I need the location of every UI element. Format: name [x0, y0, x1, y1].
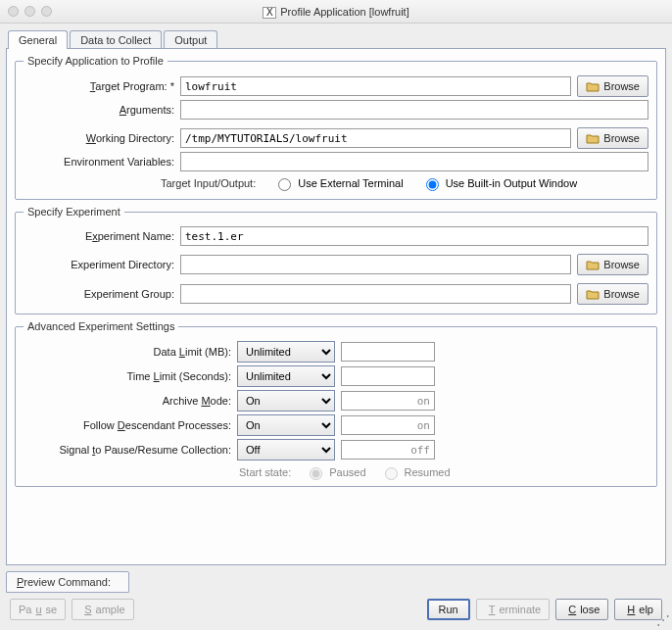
- browse-experiment-group-button[interactable]: Browse: [577, 283, 648, 305]
- time-limit-select[interactable]: Unlimited: [237, 365, 335, 387]
- follow-descendant-select[interactable]: On: [237, 414, 335, 436]
- tab-general[interactable]: General: [8, 30, 68, 49]
- minimize-window-icon[interactable]: [24, 6, 35, 17]
- tabs: General Data to Collect Output: [8, 27, 666, 49]
- archive-mode-aux-input[interactable]: [341, 391, 435, 411]
- pause-button: Pause: [10, 599, 66, 620]
- working-directory-input[interactable]: [180, 128, 571, 148]
- help-button[interactable]: Help: [614, 599, 662, 620]
- io-external-radio[interactable]: Use External Terminal: [273, 175, 403, 191]
- archive-mode-label: Archive Mode:: [24, 395, 237, 407]
- start-state-row: Start state: Paused Resumed: [24, 464, 648, 480]
- group-specify-experiment: Specify Experiment Experiment Name: Expe…: [15, 206, 657, 315]
- tab-output[interactable]: Output: [164, 30, 217, 49]
- folder-icon: [586, 133, 600, 144]
- group-specify-application-legend: Specify Application to Profile: [24, 55, 168, 67]
- time-limit-label: Time Limit (Seconds):: [24, 370, 237, 382]
- experiment-directory-input[interactable]: [180, 255, 571, 274]
- tab-data-to-collect[interactable]: Data to Collect: [70, 30, 162, 49]
- folder-icon: [586, 260, 600, 270]
- sample-button: Sample: [72, 599, 133, 620]
- folder-icon: [586, 289, 600, 300]
- follow-descendant-label: Follow Descendant Processes:: [24, 419, 237, 431]
- arguments-input[interactable]: [180, 100, 648, 120]
- experiment-name-input[interactable]: [180, 226, 648, 246]
- experiment-group-label: Experiment Group:: [24, 288, 180, 300]
- group-advanced-settings-legend: Advanced Experiment Settings: [24, 320, 178, 332]
- signal-pause-label: Signal to Pause/Resume Collection:: [24, 444, 237, 456]
- zoom-window-icon[interactable]: [41, 6, 52, 17]
- experiment-name-label: Experiment Name:: [24, 230, 180, 242]
- group-specify-application: Specify Application to Profile Target Pr…: [15, 55, 657, 200]
- group-advanced-settings: Advanced Experiment Settings Data Limit …: [15, 320, 657, 487]
- browse-experiment-dir-button[interactable]: Browse: [577, 254, 648, 275]
- window-title: Profile Application [lowfruit]: [280, 6, 408, 18]
- close-button[interactable]: Close: [555, 599, 608, 620]
- signal-pause-select[interactable]: Off: [237, 439, 335, 460]
- env-vars-label: Environment Variables:: [24, 156, 180, 168]
- titlebar: XProfile Application [lowfruit]: [0, 0, 672, 24]
- data-limit-aux-input[interactable]: [341, 342, 435, 362]
- data-limit-select[interactable]: Unlimited: [237, 341, 335, 363]
- experiment-group-input[interactable]: [180, 284, 571, 304]
- button-bar: Pause Sample Run Terminate Close Help: [6, 593, 666, 624]
- data-limit-label: Data Limit (MB):: [24, 346, 237, 358]
- working-directory-label: Working Directory:: [24, 132, 180, 144]
- start-state-paused-radio: Paused: [305, 464, 365, 480]
- terminate-button: Terminate: [476, 599, 551, 620]
- start-state-label: Start state:: [239, 466, 291, 478]
- browse-working-dir-button[interactable]: Browse: [577, 127, 648, 149]
- browse-target-program-button[interactable]: Browse: [577, 75, 648, 97]
- io-builtin-radio[interactable]: Use Built-in Output Window: [421, 175, 578, 191]
- follow-descendant-aux-input[interactable]: [341, 415, 435, 435]
- archive-mode-select[interactable]: On: [237, 390, 335, 412]
- preview-command-toggle[interactable]: Preview Command:: [6, 571, 129, 593]
- time-limit-aux-input[interactable]: [341, 366, 435, 386]
- env-vars-input[interactable]: [180, 152, 648, 171]
- start-state-resumed-radio: Resumed: [380, 464, 451, 480]
- arguments-label: Arguments:: [24, 104, 180, 116]
- signal-pause-aux-input[interactable]: [341, 440, 435, 460]
- group-specify-experiment-legend: Specify Experiment: [24, 206, 124, 218]
- run-button[interactable]: Run: [427, 599, 470, 620]
- close-window-icon[interactable]: [8, 6, 19, 17]
- target-program-label: Target Program: *: [24, 80, 180, 92]
- target-io-label: Target Input/Output:: [161, 177, 256, 189]
- experiment-directory-label: Experiment Directory:: [24, 259, 180, 270]
- target-program-input[interactable]: [180, 76, 571, 96]
- tab-panel-general: Specify Application to Profile Target Pr…: [6, 48, 666, 565]
- folder-icon: [586, 81, 600, 92]
- app-x-icon: X: [263, 7, 276, 19]
